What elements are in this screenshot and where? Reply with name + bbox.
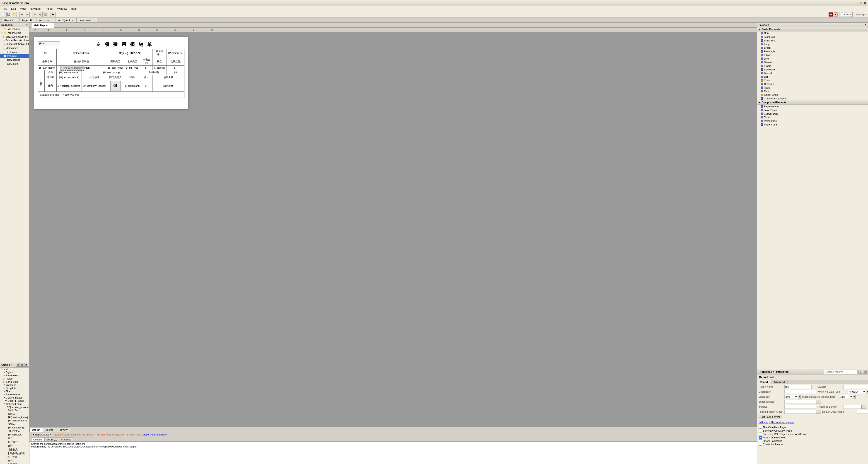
tab-test2-jrxml[interactable]: test2.jrxml ✕ (56, 18, 76, 23)
outline-col-header[interactable]: ▼ Column Header (0, 396, 29, 399)
prop-scriptlet-clear[interactable]: — (816, 400, 821, 404)
toolbar-open[interactable]: 📂 (12, 12, 17, 17)
cb-title-new-page[interactable]: Title On A New Page (759, 426, 866, 429)
tab-project-e[interactable]: Project E... (19, 18, 36, 23)
palette-barcode[interactable]: Barcode (757, 71, 868, 75)
outline-icon1[interactable]: □ (16, 363, 20, 367)
tab-test-close[interactable]: ✕ (51, 19, 53, 22)
outline-col-footer[interactable]: ▼ Column Footer (0, 402, 29, 405)
prop-lang-btn[interactable]: ▾ (798, 395, 801, 399)
palette-ellipse[interactable]: Ellipse (757, 53, 868, 57)
outline-accounting[interactable]: $P{accounting} (0, 426, 29, 429)
report-state-btn[interactable]: ■ Report State × (31, 433, 53, 436)
cb-float-column[interactable]: Float Column Footer (759, 436, 866, 439)
prop-imports-input[interactable] (784, 405, 816, 409)
outline-persion-blank[interactable]: $P{persion_blank} (0, 416, 29, 419)
outline-styles[interactable]: ▷ Styles (0, 371, 29, 374)
toolbar-nav-dropdown[interactable]: ▾ (834, 12, 838, 16)
outline-page-header[interactable]: ▷ Page Header (0, 393, 29, 396)
outline-icon2[interactable]: □ (20, 363, 24, 367)
palette-page-x-of-y[interactable]: Page X of Y (757, 123, 868, 126)
design-tab[interactable]: Design (29, 428, 43, 432)
outline-variables[interactable]: ▼ Variables (0, 384, 29, 387)
tree-jasperreports-lib[interactable]: ▷ JasperReports Library (0, 38, 29, 42)
minimize-btn[interactable]: — (856, 2, 859, 5)
palette-total-pages[interactable]: Total Pages (757, 108, 868, 112)
zoom-select[interactable]: 250% 100% 150% 200% (841, 12, 852, 17)
props-icon1[interactable]: □ (859, 370, 862, 374)
status-link[interactable]: JasperReports Library (142, 433, 166, 436)
outline-applicant[interactable]: $P{applicant} (0, 433, 29, 436)
cb-ignore-pagination[interactable]: Ignore Pagination (759, 439, 866, 442)
main-report-close[interactable]: ✕ (50, 24, 52, 27)
prop-tab-advanced[interactable]: Advanced (771, 380, 787, 384)
prop-when-resource-btn[interactable]: ▾ (853, 395, 856, 399)
menu-project[interactable]: Project (43, 7, 55, 11)
tree-myreports[interactable]: ▷ 📁 MyReports (0, 27, 29, 31)
menu-navigate[interactable]: Navigate (28, 7, 42, 11)
outline-quancheng[interactable]: 全称 (0, 459, 29, 463)
outline-kaihuyinhang[interactable]: 开户银行 (0, 440, 29, 444)
statistics-tab[interactable]: Statistics (59, 437, 73, 441)
toolbar-cut[interactable]: ✂ (32, 12, 37, 17)
palette-custom-vis[interactable]: Custom Visualization (757, 97, 868, 100)
tree-test-jasper[interactable]: 📄 test.jasper (0, 50, 29, 54)
outline-close[interactable]: ✕ (24, 363, 28, 367)
outline-persion-account[interactable]: ▷ $P{persion_account} (0, 405, 29, 409)
palette-spider-chart[interactable]: Spider Chart (757, 93, 868, 97)
composite-elements-section[interactable]: ▼ Composite Elements (757, 100, 868, 105)
edit-page-format-btn[interactable]: Edit Page Format (758, 415, 782, 419)
outline-fields[interactable]: ▷ Fields (0, 377, 29, 380)
outline-bumen-fuze[interactable]: 部门负责人 (0, 429, 29, 433)
outline-parameters[interactable]: ▷ Parameters (0, 374, 29, 377)
palette-percentage[interactable]: Percentage (757, 119, 868, 123)
toolbar-run[interactable]: ▶ (51, 12, 56, 17)
prop-resource-bundle-input[interactable] (843, 405, 862, 409)
settings-link[interactable]: Settings » (856, 13, 867, 16)
outline-zhanghao[interactable]: 账号 (0, 436, 29, 440)
palette-image[interactable]: Image (757, 42, 868, 46)
tree-jre[interactable]: ▷ JRE System Library [JavaSE-... (0, 35, 29, 38)
toolbar-undo[interactable]: ↩ (19, 12, 24, 17)
outline-kuaiji[interactable]: 会计 (0, 444, 29, 448)
outline-gongsi[interactable]: 公司领导 (0, 463, 29, 464)
menu-edit[interactable]: Edit (9, 7, 18, 11)
prop-scriptlet-input[interactable] (784, 400, 816, 404)
outline-scriptlets[interactable]: ▷ Scriptlets (0, 387, 29, 390)
palette-line[interactable]: Line (757, 57, 868, 61)
menu-view[interactable]: View (18, 7, 28, 11)
prop-desc-input[interactable] (784, 390, 816, 394)
tab-test-jrxml[interactable]: test.jrxml ✕ (37, 18, 55, 23)
toolbar-copy[interactable]: ⎘ (38, 12, 42, 17)
outline-title[interactable]: ▷ Title (0, 390, 29, 393)
tree-reportdemo[interactable]: ▼ 📁 reportDemo (0, 31, 29, 35)
palette-close[interactable]: ✕ (865, 23, 867, 26)
palette-text-field[interactable]: Text Field (757, 35, 868, 39)
toolbar-redo[interactable]: ↪ (25, 12, 30, 17)
tree-test2-jrxml[interactable]: 📄 test2.jrxml (0, 62, 29, 66)
palette-current-date[interactable]: Current Date (757, 112, 868, 115)
palette-map[interactable]: Map (757, 90, 868, 93)
menu-window[interactable]: Window (56, 7, 69, 11)
outline-detail1[interactable]: ▼ Detail 1 [28px] (0, 399, 29, 402)
main-report-tab[interactable]: Main Report ✕ (31, 23, 54, 28)
outline-baoxiaoren[interactable]: 报销人 (0, 422, 29, 426)
outline-shoukuanren[interactable]: 收款人 (0, 412, 29, 416)
tab-test2-close[interactable]: ✕ (71, 19, 73, 22)
palette-table[interactable]: Table (757, 86, 868, 90)
menu-file[interactable]: File (1, 7, 9, 11)
palette-generic[interactable]: Generic (757, 61, 868, 64)
toolbar-save[interactable]: 💾 (6, 12, 11, 17)
property-search[interactable] (824, 370, 858, 374)
palette-list[interactable]: List (757, 75, 868, 78)
palette-subreport[interactable]: Subreport (757, 68, 868, 71)
canvas-area[interactable]: |0 |1 |2 |3 |4 |5 |6 |7 |8 |9 |10 $P{id}… (29, 28, 757, 427)
outline-bidan[interactable]: 本单必须如实填写，否者 (0, 452, 29, 459)
cb-bookmarks[interactable]: Create bookmarks (759, 443, 866, 446)
tree-demo-jrxml[interactable]: 📄 demo.jrxml ← (0, 46, 29, 50)
console-tab[interactable]: Console (31, 437, 44, 441)
outline-sort-fields[interactable]: ▷ Sort Fields (0, 380, 29, 384)
prop-default-adapter-input[interactable] (857, 410, 868, 414)
tab-reposito[interactable]: Reposito... (2, 18, 19, 23)
palette-chart[interactable]: Chart (757, 78, 868, 82)
